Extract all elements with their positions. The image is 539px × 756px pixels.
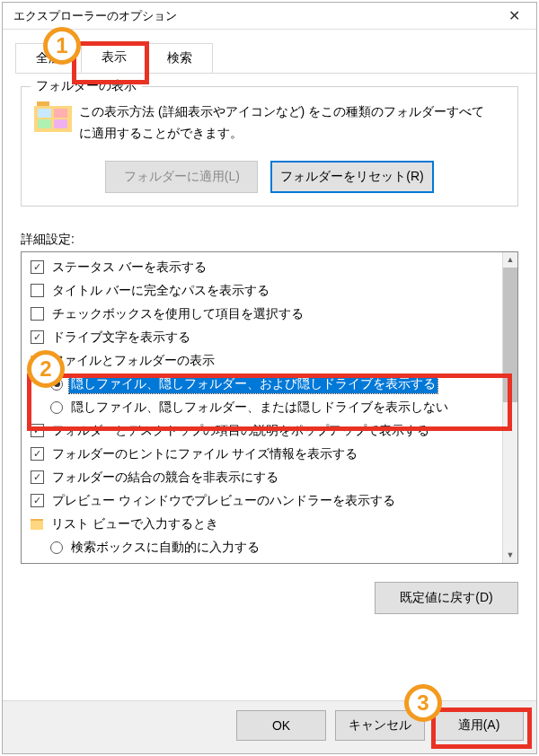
scroll-up-icon[interactable]: ▲: [503, 252, 517, 268]
scrollbar[interactable]: ▲ ▼: [502, 252, 517, 563]
list-item[interactable]: 検索ボックスに自動的に入力する: [23, 536, 500, 559]
checkbox-icon[interactable]: ✓: [31, 447, 44, 461]
tab-strip: 全般 表示 検索: [15, 42, 536, 74]
cancel-button[interactable]: キャンセル: [335, 710, 425, 741]
list-item-label: フォルダーのヒントにファイル サイズ情報を表示する: [50, 445, 359, 463]
apply-button[interactable]: 適用(A): [434, 710, 524, 741]
titlebar: エクスプローラーのオプション ✕: [3, 3, 536, 30]
list-item-label: リスト ビューで入力するとき: [49, 515, 220, 533]
checkbox-icon[interactable]: ✓: [31, 470, 44, 484]
list-item-label: 入力した項目をビューで選択する: [69, 562, 261, 563]
checkbox-icon[interactable]: [31, 284, 44, 297]
checkbox-icon[interactable]: ✓: [31, 330, 44, 344]
list-item[interactable]: ✓フォルダーの結合の競合を非表示にする: [23, 466, 500, 489]
checkbox-icon[interactable]: ✓: [31, 260, 44, 274]
list-item[interactable]: ✓ドライブ文字を表示する: [23, 326, 500, 349]
list-item-label: ファイルとフォルダーの表示: [49, 352, 216, 370]
list-item-label: ドライブ文字を表示する: [50, 329, 192, 347]
list-item[interactable]: 入力した項目をビューで選択する: [23, 559, 500, 563]
list-item-label: フォルダーとデスクトップの項目の説明をポップアップで表示する: [50, 422, 431, 440]
radio-icon[interactable]: [50, 378, 63, 391]
list-item[interactable]: ファイルとフォルダーの表示: [23, 349, 500, 373]
dialog-footer: OK キャンセル 適用(A): [3, 700, 536, 753]
ok-button[interactable]: OK: [236, 710, 326, 741]
list-item[interactable]: 隠しファイル、隠しフォルダー、および隠しドライブを表示する: [23, 373, 500, 396]
tab-body-view: フォルダーの表示 この表示方法 (詳細表示やアイコンなど) をこの種類のフォルダ…: [3, 74, 536, 700]
apply-to-folders-button: フォルダーに適用(L): [105, 161, 258, 193]
list-item-label: タイトル バーに完全なパスを表示する: [50, 282, 271, 300]
list-item-label: 隠しファイル、隠しフォルダー、および隠しドライブを表示する: [69, 375, 437, 393]
list-item[interactable]: タイトル バーに完全なパスを表示する: [23, 279, 500, 303]
folder-icon: [31, 519, 43, 530]
list-item-label: ステータス バーを表示する: [50, 259, 208, 277]
list-item[interactable]: ✓フォルダーとデスクトップの項目の説明をポップアップで表示する: [23, 419, 500, 443]
list-item-label: チェックボックスを使用して項目を選択する: [50, 305, 305, 323]
explorer-options-dialog: エクスプローラーのオプション ✕ 全般 表示 検索 フォルダーの表示 この表示方…: [2, 2, 537, 754]
scroll-down-icon[interactable]: ▼: [503, 548, 517, 563]
list-item[interactable]: リスト ビューで入力するとき: [23, 513, 500, 536]
folder-icon: [31, 356, 43, 366]
reset-folders-button[interactable]: フォルダーをリセット(R): [270, 161, 433, 193]
list-item[interactable]: ✓ステータス バーを表示する: [23, 256, 500, 279]
tab-search[interactable]: 検索: [146, 43, 213, 73]
folder-text-line2: に適用することができます。: [79, 126, 243, 140]
list-item[interactable]: チェックボックスを使用して項目を選択する: [23, 303, 500, 326]
radio-icon[interactable]: [50, 401, 63, 414]
list-item-label: 検索ボックスに自動的に入力する: [69, 539, 261, 557]
folder-text-line1: この表示方法 (詳細表示やアイコンなど) をこの種類のフォルダーすべて: [79, 104, 484, 119]
folder-display-legend: フォルダーの表示: [31, 78, 142, 92]
checkbox-icon[interactable]: [31, 307, 44, 321]
list-item-label: 隠しファイル、隠しフォルダー、または隠しドライブを表示しない: [69, 399, 450, 417]
radio-icon[interactable]: [50, 541, 63, 554]
advanced-settings-label: 詳細設定:: [21, 232, 518, 248]
window-title: エクスプローラーのオプション: [13, 8, 177, 24]
list-item-label: フォルダーの結合の競合を非表示にする: [50, 469, 280, 487]
checkbox-icon[interactable]: ✓: [31, 494, 44, 507]
restore-defaults-button[interactable]: 既定値に戻す(D): [375, 582, 518, 614]
folder-icon: [34, 101, 72, 132]
list-item[interactable]: 隠しファイル、隠しフォルダー、または隠しドライブを表示しない: [23, 396, 500, 419]
list-item-label: プレビュー ウィンドウでプレビューのハンドラーを表示する: [50, 492, 397, 510]
tab-view[interactable]: 表示: [81, 42, 147, 73]
scroll-thumb[interactable]: [503, 268, 517, 402]
list-item[interactable]: ✓プレビュー ウィンドウでプレビューのハンドラーを表示する: [23, 489, 500, 513]
tab-general[interactable]: 全般: [15, 43, 82, 73]
checkbox-icon[interactable]: ✓: [31, 424, 44, 437]
folder-display-group: フォルダーの表示 この表示方法 (詳細表示やアイコンなど) をこの種類のフォルダ…: [21, 86, 518, 207]
folder-display-text: この表示方法 (詳細表示やアイコンなど) をこの種類のフォルダーすべて に適用す…: [79, 101, 484, 145]
advanced-settings-list[interactable]: ✓ステータス バーを表示するタイトル バーに完全なパスを表示するチェックボックス…: [21, 251, 518, 564]
close-icon[interactable]: ✕: [501, 4, 527, 28]
list-item[interactable]: ✓フォルダーのヒントにファイル サイズ情報を表示する: [23, 443, 500, 466]
